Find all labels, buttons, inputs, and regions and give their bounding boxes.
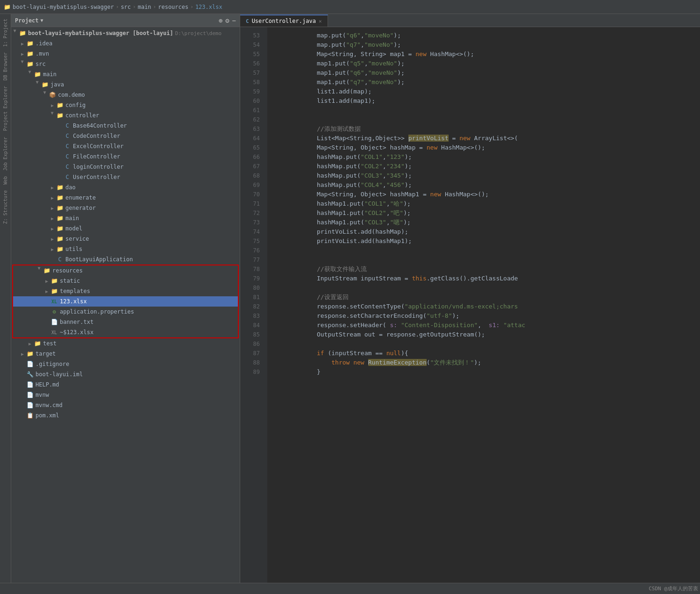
tree-label-test: test	[43, 340, 57, 347]
tree-label-main2: main	[65, 215, 79, 222]
tree-item-mvnw[interactable]: ▶ 📄 mvnw	[11, 390, 240, 400]
tree-label-generator: generator	[65, 205, 96, 211]
code-line-73: hashMap1.put("COL3","嗯");	[273, 218, 700, 227]
code-line-61	[273, 106, 700, 115]
sidebar-tab-job[interactable]: Job Explorer	[1, 134, 9, 173]
breadcrumb-file[interactable]: 123.xlsx	[195, 4, 222, 10]
tree-item-test[interactable]: ▶ 📁 test	[11, 338, 240, 349]
tree-item-base64ctrl[interactable]: ▶ C Base64Controller	[11, 121, 240, 131]
tree-item-userctrl[interactable]: ▶ C UserController	[11, 172, 240, 182]
breadcrumb-main[interactable]: main	[138, 4, 151, 10]
breadcrumb-src[interactable]: src	[121, 4, 131, 10]
tree-item-appprops[interactable]: ▶ ⚙ application.properties	[13, 307, 238, 317]
tree-item-dao[interactable]: ▶ 📁 dao	[11, 182, 240, 193]
tree-item-mvn[interactable]: ▶ 📁 .mvn	[11, 49, 240, 59]
code-line-69: hashMap.put("COL4","456");	[273, 180, 700, 190]
folder-icon-static: 📁	[50, 277, 58, 285]
watermark: CSDN @成年人的苦衷	[649, 585, 698, 592]
folder-icon-main: 📁	[34, 71, 41, 78]
tree-item-generator[interactable]: ▶ 📁 generator	[11, 203, 240, 213]
tree-item-codectrl[interactable]: ▶ C CodeController	[11, 131, 240, 141]
tab-close-usercontroller[interactable]: ✕	[319, 18, 322, 24]
sidebar-tab-web[interactable]: Web	[1, 173, 9, 187]
tree-arrow-main2: ▶	[49, 216, 56, 221]
tree-item-excelctrl[interactable]: ▶ C ExcelController	[11, 141, 240, 151]
tree-item-123xlsx[interactable]: ▶ XL 123.xlsx	[13, 296, 238, 307]
tree-item-filectrl[interactable]: ▶ C FileController	[11, 151, 240, 162]
project-tree: ▶ 📁 boot-layui-mybatisplus-swagger [boot…	[11, 27, 240, 583]
tree-arrow-target: ▶	[19, 351, 26, 357]
tree-item-gitignore[interactable]: ▶ 📄 .gitignore	[11, 359, 240, 369]
tree-item-mvnwcmd[interactable]: ▶ 📄 mvnw.cmd	[11, 400, 240, 410]
tree-item-main2[interactable]: ▶ 📁 main	[11, 213, 240, 223]
tree-label-service: service	[65, 236, 89, 242]
tree-arrow-resources: ▶	[37, 267, 42, 274]
tree-item-loginctrl[interactable]: ▶ C loginController	[11, 162, 240, 172]
folder-icon-resources: 📁	[43, 267, 50, 274]
tree-arrow-utils: ▶	[49, 247, 56, 252]
tree-item-bootapp[interactable]: ▶ C BootLayuiApplication	[11, 254, 240, 265]
tab-usercontroller[interactable]: C UserController.java ✕	[240, 14, 328, 27]
tree-item-java[interactable]: ▶ 📁 java	[11, 79, 240, 90]
sidebar-tab-structure[interactable]: Z: Structure	[1, 187, 9, 227]
tree-item-model[interactable]: ▶ 📁 model	[11, 223, 240, 234]
tree-item-resources[interactable]: ▶ 📁 resources	[13, 265, 238, 276]
code-line-70: Map<String, Object> hashMap1 = new HashM…	[273, 190, 700, 199]
code-line-58: map1.put("q7","moveNo");	[273, 78, 700, 87]
tree-item-helpmd[interactable]: ▶ 📄 HELP.md	[11, 379, 240, 390]
folder-icon-dao: 📁	[56, 184, 64, 191]
tree-item-iml[interactable]: ▶ 🔧 boot-layui.iml	[11, 369, 240, 379]
tab-icon-java: C	[246, 18, 249, 24]
tree-arrow-model: ▶	[49, 226, 56, 231]
tree-root-path: D:\project\demo	[175, 30, 221, 36]
folder-icon-idea: 📁	[26, 40, 34, 47]
sidebar-tab-project[interactable]: 1: Project	[1, 16, 9, 50]
tree-item-config[interactable]: ▶ 📁 config	[11, 100, 240, 110]
code-line-59: list1.add(map);	[273, 87, 700, 96]
tree-item-utils[interactable]: ▶ 📁 utils	[11, 244, 240, 254]
tree-label-gitignore: .gitignore	[36, 361, 69, 367]
tree-item-controller[interactable]: ▶ 📁 controller	[11, 110, 240, 121]
tree-arrow-enumerate: ▶	[49, 195, 56, 200]
tree-root[interactable]: ▶ 📁 boot-layui-mybatisplus-swagger [boot…	[11, 28, 240, 38]
tree-item-service[interactable]: ▶ 📁 service	[11, 234, 240, 244]
tree-item-templates[interactable]: ▶ 📁 templates	[13, 286, 238, 296]
sidebar-tab-explorer[interactable]: Project Explorer	[1, 83, 9, 134]
code-line-57: map1.put("q6","moveNo");	[273, 68, 700, 78]
folder-icon-utils: 📁	[56, 245, 64, 253]
tree-item-static[interactable]: ▶ 📁 static	[13, 276, 238, 286]
tree-label-controller: controller	[65, 112, 99, 119]
panel-locate-btn[interactable]: ⊕	[219, 17, 222, 24]
tree-label-base64ctrl: Base64Controller	[73, 122, 127, 129]
tree-item-idea[interactable]: ▶ 📁 .idea	[11, 38, 240, 49]
folder-icon-mvn: 📁	[26, 50, 34, 57]
tree-item-tmp123xlsx[interactable]: ▶ XL ~$123.xlsx	[13, 327, 238, 337]
tree-item-comdemo[interactable]: ▶ 📦 com.demo	[11, 90, 240, 100]
panel-settings-btn[interactable]: ⚙	[225, 17, 229, 24]
panel-actions: ⊕ ⚙ −	[219, 17, 236, 24]
sidebar-tab-db[interactable]: DB Browser	[1, 50, 9, 83]
panel-dropdown-icon[interactable]: ▼	[41, 18, 43, 23]
tree-item-src[interactable]: ▶ 📁 src	[11, 59, 240, 69]
tree-arrow-idea: ▶	[19, 41, 26, 46]
code-line-86	[273, 339, 700, 349]
class-icon-code: C	[64, 132, 71, 140]
xml-icon-iml: 🔧	[26, 371, 34, 378]
code-line-66: hashMap.put("COL1","123");	[273, 152, 700, 162]
code-gutter	[264, 27, 267, 583]
tree-arrow-mvn: ▶	[19, 51, 26, 57]
tree-label-java: java	[50, 81, 64, 88]
code-line-68: hashMap.put("COL3","345");	[273, 171, 700, 180]
panel-close-btn[interactable]: −	[232, 17, 236, 24]
breadcrumb-resources[interactable]: resources	[158, 4, 188, 10]
tree-item-enumerate[interactable]: ▶ 📁 enumerate	[11, 193, 240, 203]
tree-item-pomxml[interactable]: ▶ 📋 pom.xml	[11, 410, 240, 421]
folder-icon: 📁	[19, 29, 26, 37]
breadcrumb-project[interactable]: boot-layui-mybatisplus-swagger	[13, 4, 114, 10]
tree-item-target[interactable]: ▶ 📁 target	[11, 349, 240, 359]
class-icon-login: C	[64, 163, 71, 171]
code-content[interactable]: map.put("q6","moveNo"); map.put("q7","mo…	[267, 27, 700, 583]
tree-item-main[interactable]: ▶ 📁 main	[11, 69, 240, 79]
breadcrumb-folder-icon: 📁	[4, 4, 11, 10]
tree-item-bannertxt[interactable]: ▶ 📄 banner.txt	[13, 317, 238, 327]
